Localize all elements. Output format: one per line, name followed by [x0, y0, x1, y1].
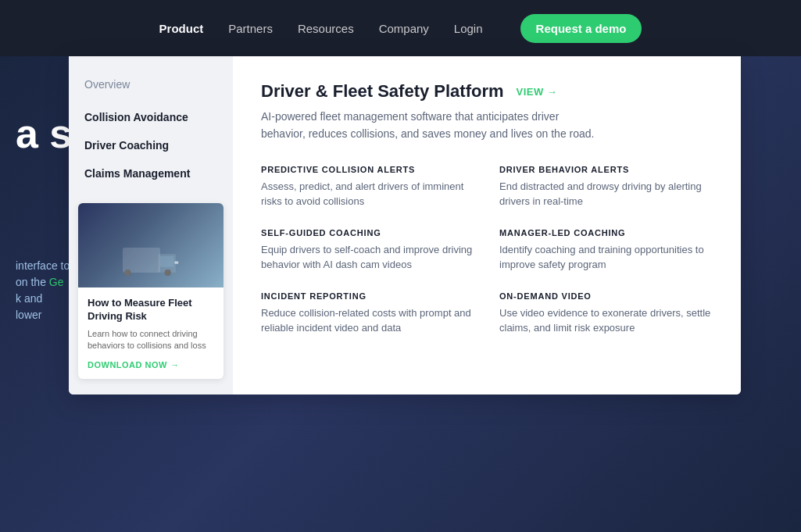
feature-desc: Reduce collision-related costs with prom… [261, 305, 474, 336]
svg-rect-2 [160, 255, 174, 266]
feature-incident-reporting: INCIDENT REPORTING Reduce collision-rela… [261, 291, 474, 336]
feature-desc: End distracted and drowsy driving by ale… [499, 179, 713, 209]
platform-title: Driver & Fleet Safety Platform [261, 81, 504, 102]
dropdown-heading: Driver & Fleet Safety Platform VIEW → [261, 81, 713, 102]
view-platform-link[interactable]: VIEW → [517, 86, 558, 98]
promo-download-button[interactable]: DOWNLOAD NOW → [88, 360, 214, 370]
feature-driver-behavior: DRIVER BEHAVIOR ALERTS End distracted an… [499, 165, 713, 209]
feature-grid: PREDICTIVE COLLISION ALERTS Assess, pred… [261, 165, 713, 336]
feature-manager-led-coaching: MANAGER-LED COACHING Identify coaching a… [499, 228, 713, 273]
svg-rect-6 [165, 270, 171, 276]
dropdown-main-content: Driver & Fleet Safety Platform VIEW → AI… [233, 56, 741, 395]
feature-label: ON-DEMAND VIDEO [499, 291, 713, 301]
product-dropdown: Overview Collision Avoidance Driver Coac… [69, 56, 741, 395]
svg-rect-0 [123, 248, 160, 273]
feature-desc: Equip drivers to self-coach and improve … [261, 242, 474, 273]
feature-self-guided-coaching: SELF-GUIDED COACHING Equip drivers to se… [261, 228, 474, 273]
nav-company[interactable]: Company [379, 22, 429, 35]
dropdown-sidebar: Overview Collision Avoidance Driver Coac… [69, 56, 233, 395]
nav-login[interactable]: Login [454, 22, 483, 35]
feature-label: MANAGER-LED COACHING [499, 228, 713, 237]
feature-label: PREDICTIVE COLLISION ALERTS [261, 165, 474, 174]
promo-content: How to Measure Fleet Driving Risk Learn … [78, 287, 223, 379]
svg-rect-7 [174, 262, 178, 264]
sidebar-item-collision-avoidance[interactable]: Collision Avoidance [69, 103, 233, 131]
feature-desc: Assess, predict, and alert drivers of im… [261, 179, 474, 209]
svg-rect-4 [124, 270, 131, 276]
promo-title: How to Measure Fleet Driving Risk [88, 297, 214, 323]
sidebar-overview-label: Overview [69, 78, 233, 103]
feature-label: SELF-GUIDED COACHING [261, 228, 474, 237]
platform-subtitle: AI-powered fleet management software tha… [261, 108, 605, 143]
navigation: Product Partners Resources Company Login… [0, 0, 801, 56]
nav-partners[interactable]: Partners [228, 22, 273, 35]
promo-description: Learn how to connect driving behaviors t… [88, 328, 214, 352]
feature-desc: Identify coaching and training opportuni… [499, 242, 713, 273]
hero-subtext: interface to on the Ge k and lower [0, 258, 70, 323]
nav-product[interactable]: Product [159, 22, 204, 35]
feature-desc: Use video evidence to exonerate drivers,… [499, 305, 713, 336]
sidebar-item-claims-management[interactable]: Claims Management [69, 159, 233, 187]
feature-predictive-collision: PREDICTIVE COLLISION ALERTS Assess, pred… [261, 165, 474, 209]
feature-label: INCIDENT REPORTING [261, 291, 474, 301]
feature-label: DRIVER BEHAVIOR ALERTS [499, 165, 713, 174]
promo-card: How to Measure Fleet Driving Risk Learn … [78, 203, 223, 379]
feature-on-demand-video: ON-DEMAND VIDEO Use video evidence to ex… [499, 291, 713, 336]
truck-icon [120, 233, 182, 287]
nav-items: Product Partners Resources Company Login… [159, 14, 642, 43]
promo-image [78, 203, 223, 287]
sidebar-item-driver-coaching[interactable]: Driver Coaching [69, 131, 233, 159]
nav-resources[interactable]: Resources [298, 22, 354, 35]
request-demo-button[interactable]: Request a demo [520, 14, 642, 43]
